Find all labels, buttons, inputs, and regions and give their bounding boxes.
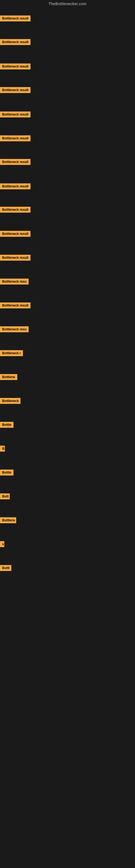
bottleneck-item-14: Bottleneck resu [0, 326, 29, 333]
bottleneck-badge-14: Bottleneck resu [0, 326, 29, 332]
bottleneck-item-2: Bottleneck result [0, 39, 31, 46]
bottleneck-badge-7: Bottleneck result [0, 159, 31, 165]
bottleneck-badge-8: Bottleneck result [0, 183, 31, 189]
bottleneck-item-9: Bottleneck result [0, 207, 31, 214]
bottleneck-badge-20: Bottle [0, 469, 13, 475]
bottleneck-item-20: Bottle [0, 469, 13, 476]
bottleneck-item-17: Bottleneck [0, 398, 20, 405]
bottleneck-item-3: Bottleneck result [0, 63, 31, 70]
bottleneck-item-24: Bottl [0, 565, 11, 572]
bottleneck-badge-6: Bottleneck result [0, 135, 31, 141]
bottleneck-item-22: Bottlens [0, 517, 16, 524]
bottleneck-item-18: Bottle [0, 422, 13, 429]
bottleneck-item-11: Bottleneck result [0, 255, 31, 262]
bottleneck-item-7: Bottleneck result [0, 159, 31, 166]
bottleneck-item-1: Bottleneck result [0, 16, 31, 23]
bottleneck-item-12: Bottleneck resu [0, 279, 29, 286]
bottleneck-badge-23: s [0, 541, 4, 547]
site-title: TheBottlenecker.com [0, 0, 135, 7]
bottleneck-badge-22: Bottlens [0, 517, 16, 523]
bottleneck-badge-12: Bottleneck resu [0, 279, 29, 284]
bottleneck-item-23: s [0, 541, 4, 548]
bottleneck-badge-4: Bottleneck result [0, 87, 31, 93]
bottleneck-badge-13: Bottleneck result [0, 303, 31, 308]
bottleneck-badge-24: Bottl [0, 565, 11, 571]
bottleneck-badge-5: Bottleneck result [0, 112, 31, 118]
bottleneck-item-21: Bott [0, 493, 10, 500]
bottleneck-item-4: Bottleneck result [0, 87, 31, 94]
bottleneck-badge-19: B [0, 446, 5, 452]
bottleneck-badge-10: Bottleneck result [0, 231, 31, 237]
bottleneck-badge-11: Bottleneck result [0, 255, 31, 261]
bottleneck-item-15: Bottleneck r [0, 350, 23, 357]
bottleneck-item-8: Bottleneck result [0, 183, 31, 190]
bottleneck-item-13: Bottleneck result [0, 303, 31, 310]
bottleneck-item-10: Bottleneck result [0, 231, 31, 238]
bottleneck-badge-21: Bott [0, 493, 10, 499]
bottleneck-badge-2: Bottleneck result [0, 39, 31, 45]
bottleneck-badge-3: Bottleneck result [0, 63, 31, 69]
bottleneck-badge-17: Bottleneck [0, 398, 20, 404]
bottleneck-badge-9: Bottleneck result [0, 207, 31, 213]
bottleneck-item-6: Bottleneck result [0, 135, 31, 143]
bottleneck-badge-18: Bottle [0, 422, 13, 428]
bottleneck-item-16: Bottlene [0, 374, 17, 381]
bottleneck-item-5: Bottleneck result [0, 112, 31, 119]
bottleneck-badge-15: Bottleneck r [0, 350, 23, 356]
bottleneck-badge-1: Bottleneck result [0, 16, 31, 22]
bottleneck-item-19: B [0, 446, 5, 453]
bottleneck-badge-16: Bottlene [0, 374, 17, 380]
